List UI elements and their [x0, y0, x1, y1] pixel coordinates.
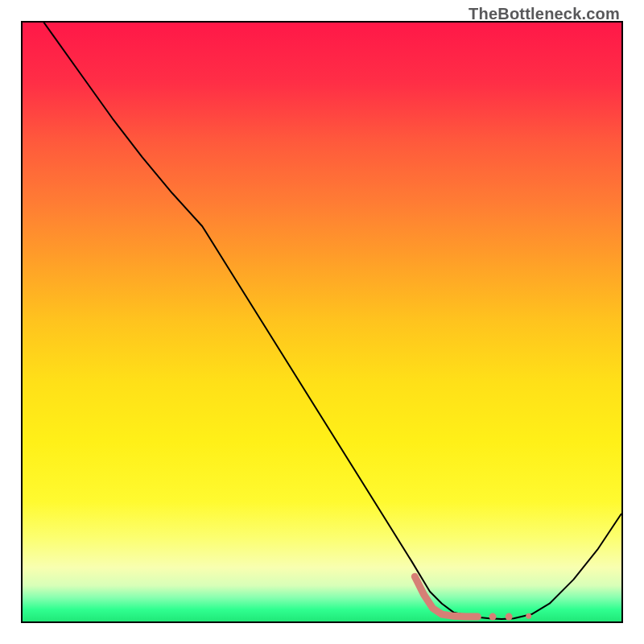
chart-svg [23, 23, 621, 621]
salmon-dot-3 [526, 613, 531, 619]
value-curve [23, 23, 621, 619]
chart-container: TheBottleneck.com [0, 0, 644, 644]
salmon-dot-1 [489, 613, 497, 621]
plot-area [21, 21, 623, 623]
salmon-dot-2 [506, 613, 513, 621]
